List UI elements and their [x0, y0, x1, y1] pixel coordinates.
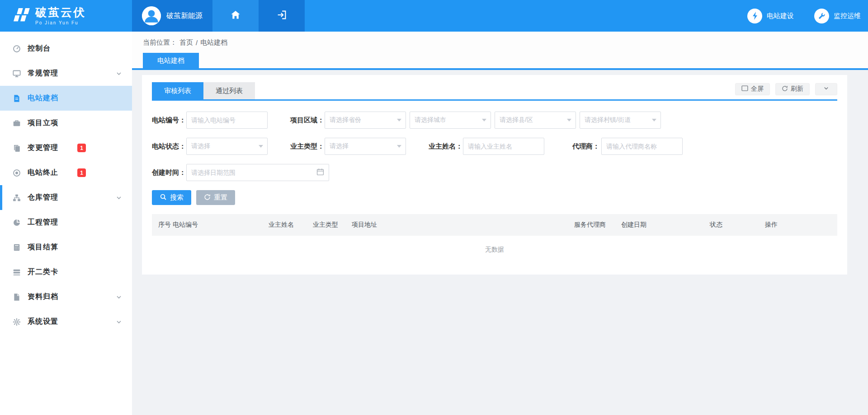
col-status: 状态	[710, 221, 765, 229]
sidebar-item-data-archive[interactable]: 资料归档	[0, 284, 132, 309]
notification-badge: 1	[77, 144, 86, 152]
nav-station-build[interactable]: 电站建设	[747, 9, 794, 23]
search-button[interactable]: 搜索	[152, 190, 191, 205]
briefcase-icon	[12, 119, 21, 128]
sidebar-item-project-initiation[interactable]: 项目立项	[0, 111, 132, 135]
reset-button[interactable]: 重置	[196, 190, 235, 205]
chevron-down-icon	[116, 195, 122, 201]
sidebar-item-label: 开二类卡	[28, 267, 58, 277]
owner-type-select[interactable]: 请选择	[325, 138, 406, 155]
owner-name-input[interactable]	[463, 138, 544, 155]
search-label: 搜索	[170, 193, 184, 202]
dashboard-icon	[12, 44, 21, 53]
nav-monitor-ops[interactable]: 监控运维	[814, 9, 861, 23]
sidebar-item-project-settlement[interactable]: 项目结算	[0, 235, 132, 260]
sidebar-item-general-management[interactable]: 常规管理	[0, 61, 132, 86]
chevron-down-icon	[116, 319, 122, 325]
sidebar-item-change-management[interactable]: 变更管理 1	[0, 135, 132, 160]
sidebar-item-label: 控制台	[28, 44, 51, 53]
agent-field-group: 代理商：	[567, 138, 683, 155]
filter-row-2: 电站状态： 请选择 业主类型： 请选择	[152, 138, 837, 155]
document-icon	[12, 94, 21, 103]
station-status-label: 电站状态：	[152, 142, 184, 151]
page-tabs: 电站建档	[143, 53, 868, 68]
main-area: 当前位置： 首页 / 电站建档 电站建档 审核列表 通过列表	[132, 32, 868, 415]
col-actions: 操作	[765, 221, 837, 229]
nav-monitor-ops-label: 监控运维	[834, 12, 861, 20]
fullscreen-button[interactable]: 全屏	[735, 83, 770, 95]
county-select[interactable]: 请选择县/区	[495, 112, 576, 129]
fullscreen-label: 全屏	[751, 85, 764, 93]
city-select[interactable]: 请选择城市	[410, 112, 491, 129]
search-icon	[160, 193, 167, 202]
breadcrumb: 当前位置： 首页 / 电站建档	[143, 38, 868, 47]
chevron-down-icon	[116, 70, 122, 77]
sidebar-item-station-termination[interactable]: 电站终止 1	[0, 160, 132, 185]
company-name: 破茧新能源	[166, 11, 203, 21]
station-no-input[interactable]	[186, 112, 268, 129]
station-no-label: 电站编号：	[152, 116, 184, 125]
panel-tabs-bar: 审核列表 通过列表 全屏	[152, 82, 837, 101]
logo-title: 破茧云伏	[35, 6, 86, 19]
header-right-nav: 电站建设 监控运维	[747, 0, 868, 32]
collapse-button[interactable]	[815, 83, 837, 95]
wrench-icon	[814, 9, 829, 23]
breadcrumb-home-link[interactable]: 首页	[179, 38, 193, 47]
col-owner-name: 业主姓名	[269, 221, 313, 229]
tab-passed-list[interactable]: 通过列表	[203, 82, 255, 99]
col-owner-type: 业主类型	[313, 221, 352, 229]
owner-type-field-group: 业主类型： 请选择	[290, 138, 406, 155]
sidebar-item-label: 仓库管理	[28, 193, 58, 202]
logo-subtitle: Po Jian Yun Fu	[35, 20, 86, 25]
sidebar-item-label: 电站建档	[28, 93, 58, 103]
fullscreen-icon	[741, 85, 748, 93]
app-shell: 控制台 常规管理	[0, 32, 868, 415]
empty-state-text: 无数据	[152, 236, 837, 264]
sidebar-item-dashboard[interactable]: 控制台	[0, 36, 132, 61]
sidebar-item-label: 系统设置	[28, 317, 58, 326]
tab-review-list[interactable]: 审核列表	[152, 82, 203, 99]
owner-name-label: 业主姓名：	[429, 142, 461, 151]
sidebar-item-system-settings[interactable]: 系统设置	[0, 309, 132, 334]
home-button[interactable]	[212, 0, 259, 32]
agent-input[interactable]	[601, 138, 683, 155]
user-menu[interactable]: 破茧新能源	[132, 0, 212, 32]
breadcrumb-separator: /	[196, 39, 198, 47]
page-tab-station-filing[interactable]: 电站建档	[143, 53, 199, 68]
station-no-field-group: 电站编号：	[152, 112, 268, 129]
calculator-icon	[12, 243, 21, 252]
sidebar-item-station-filing[interactable]: 电站建档	[0, 86, 132, 111]
station-filing-panel: 审核列表 通过列表 全屏	[142, 75, 847, 275]
breadcrumb-prefix: 当前位置：	[143, 38, 177, 47]
stop-circle-icon	[12, 168, 21, 177]
chevron-down-icon	[823, 85, 829, 93]
sidebar-item-engineering-management[interactable]: 工程管理	[0, 210, 132, 235]
refresh-button[interactable]: 刷新	[775, 83, 810, 95]
date-range-picker[interactable]	[186, 164, 329, 181]
town-select[interactable]: 请选择村镇/街道	[580, 112, 661, 129]
date-range-input[interactable]	[191, 169, 316, 176]
table-header-row: 序号 电站编号 业主姓名 业主类型 项目地址 服务代理商 创建日期 状态 操作	[152, 214, 837, 236]
station-status-select[interactable]: 请选择	[186, 138, 268, 155]
reset-icon	[204, 194, 211, 202]
col-service-agent: 服务代理商	[574, 221, 621, 229]
signin-button[interactable]	[259, 0, 305, 32]
app-logo: 破茧云伏 Po Jian Yun Fu	[0, 0, 132, 32]
panel-tools: 全屏 刷新	[735, 83, 837, 95]
sidebar-item-open-class2-card[interactable]: 开二类卡	[0, 260, 132, 284]
region-label: 项目区域：	[290, 116, 323, 125]
filter-form: 电站编号： 项目区域： 请选择省份	[152, 112, 837, 181]
app-header: 破茧云伏 Po Jian Yun Fu 破茧新能源	[0, 0, 868, 32]
pie-chart-icon	[12, 218, 21, 227]
lightning-icon	[747, 9, 762, 23]
sidebar-item-warehouse-management[interactable]: 仓库管理	[0, 185, 132, 210]
chevron-down-icon	[116, 294, 122, 300]
filter-row-1: 电站编号： 项目区域： 请选择省份	[152, 112, 837, 129]
caret-down-icon	[397, 145, 401, 148]
notification-badge: 1	[77, 168, 86, 177]
avatar	[142, 6, 161, 25]
sidebar-item-label: 工程管理	[28, 218, 58, 227]
province-select[interactable]: 请选择省份	[325, 112, 406, 129]
col-create-date: 创建日期	[621, 221, 710, 229]
col-project-address: 项目地址	[352, 221, 574, 229]
